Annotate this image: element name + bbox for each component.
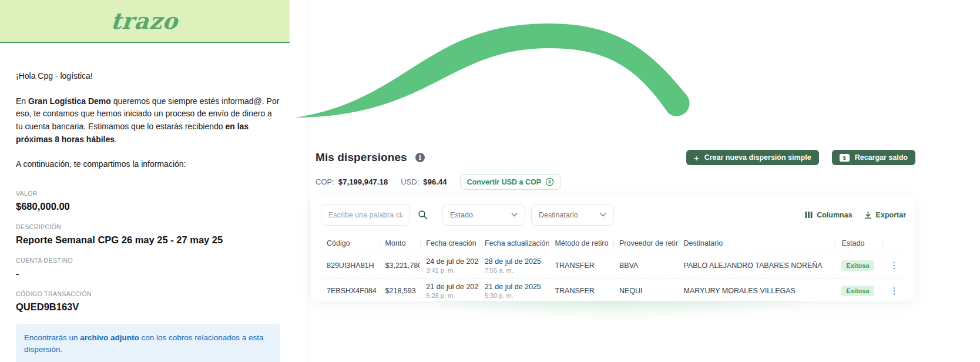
field-codigo-transaccion: CÓDIGO TRANSACCIÓN QUED9B163V bbox=[16, 290, 280, 313]
email-greeting: ¡Hola Cpg - logística! bbox=[16, 70, 280, 83]
cop-balance: $7,199,947.18 bbox=[338, 177, 388, 186]
cell-destinatario: MARYURY MORALES VILLEGAS bbox=[678, 279, 836, 304]
convert-usd-to-cop-button[interactable]: Convertir USD a COP $ bbox=[460, 174, 561, 190]
trazo-logo: trazo bbox=[110, 8, 179, 34]
header-actions: + Crear nueva dispersión simple $ Recarg… bbox=[686, 150, 915, 165]
col-header-fecha-creacion[interactable]: Fecha creación bbox=[420, 233, 479, 253]
cell-metodo: TRANSFER bbox=[549, 279, 613, 304]
field-label: CUENTA DESTINO bbox=[16, 257, 280, 264]
page-title: Mis dispersiones bbox=[316, 151, 407, 164]
cell-metodo: TRANSFER bbox=[549, 253, 613, 279]
col-header-monto[interactable]: Monto bbox=[380, 233, 421, 253]
dispersions-dashboard: Mis dispersiones i + Crear nueva dispers… bbox=[311, 0, 915, 362]
balance-row: COP: $7,199,947.18 USD: $96.44 Convertir… bbox=[316, 174, 561, 190]
field-value: QUED9B163V bbox=[16, 301, 280, 313]
recharge-balance-button[interactable]: $ Recargar saldo bbox=[832, 150, 915, 165]
table-row[interactable]: 829UI3HA81H $3,221,780 24 de jul de 2025… bbox=[321, 253, 906, 279]
table-header-row: Código Monto Fecha creación Fecha actual… bbox=[321, 233, 906, 253]
cell-monto: $218,593 bbox=[380, 279, 421, 304]
col-header-proveedor-retiro[interactable]: Proveedor de retiro bbox=[613, 233, 678, 253]
field-label: VALOR bbox=[16, 190, 280, 197]
cell-actions: ⋮ bbox=[882, 279, 906, 304]
status-badge: Exitosa bbox=[841, 260, 874, 271]
table-tools: Columnas Exportar bbox=[805, 211, 906, 219]
create-dispersion-button[interactable]: + Crear nueva dispersión simple bbox=[686, 150, 819, 165]
field-value: - bbox=[16, 268, 280, 279]
row-menu-kebab-icon[interactable]: ⋮ bbox=[888, 260, 900, 271]
field-value: $680,000.00 bbox=[16, 201, 280, 212]
col-header-actions bbox=[882, 233, 906, 253]
cell-proveedor: NEQUI bbox=[613, 279, 678, 304]
dispersions-table: Código Monto Fecha creación Fecha actual… bbox=[321, 233, 906, 303]
cell-fecha-creacion: 24 de jul de 2025 3:41 p. m. bbox=[420, 253, 479, 279]
table-row[interactable]: 7EBSHX4F084 $218,593 21 de jul de 2025 5… bbox=[321, 279, 906, 304]
columns-label: Columnas bbox=[817, 211, 852, 219]
field-valor: VALOR $680,000.00 bbox=[16, 190, 280, 212]
export-label: Exportar bbox=[876, 211, 906, 219]
download-icon bbox=[864, 211, 872, 219]
cell-proveedor: BBVA bbox=[613, 253, 678, 279]
dispersions-table-card: Estado Destinatario bbox=[311, 195, 915, 301]
field-descripcion: DESCRIPCIÓN Reporte Semanal CPG 26 may 2… bbox=[16, 223, 280, 246]
usd-label: USD: bbox=[401, 177, 419, 186]
export-button[interactable]: Exportar bbox=[864, 211, 906, 219]
col-header-fecha-actualizacion[interactable]: Fecha actualización bbox=[479, 233, 549, 253]
chevron-down-icon bbox=[511, 213, 518, 217]
search-input[interactable] bbox=[321, 204, 410, 226]
destinatario-filter-label: Destinatario bbox=[539, 211, 578, 219]
status-badge: Exitosa bbox=[841, 286, 874, 296]
currency-exchange-icon: $ bbox=[545, 177, 554, 186]
cell-monto: $3,221,780 bbox=[380, 253, 421, 279]
screenshot-root: trazo ¡Hola Cpg - logística! En Gran Log… bbox=[0, 0, 980, 362]
field-label: CÓDIGO TRANSACCIÓN bbox=[16, 290, 280, 297]
plus-icon: + bbox=[694, 153, 699, 162]
email-panel: trazo ¡Hola Cpg - logística! En Gran Log… bbox=[0, 0, 309, 362]
create-dispersion-label: Crear nueva dispersión simple bbox=[704, 153, 811, 162]
usd-balance: $96.44 bbox=[423, 177, 447, 186]
destinatario-filter-select[interactable]: Destinatario bbox=[531, 204, 614, 226]
email-header: trazo bbox=[0, 0, 290, 43]
cell-estado: Exitosa bbox=[835, 279, 882, 304]
field-cuenta-destino: CUENTA DESTINO - bbox=[16, 257, 280, 279]
columns-button[interactable]: Columnas bbox=[805, 211, 852, 219]
recharge-balance-label: Recargar saldo bbox=[855, 153, 908, 162]
col-header-metodo-retiro[interactable]: Método de retiro bbox=[549, 233, 613, 253]
filter-row: Estado Destinatario bbox=[321, 204, 906, 226]
email-intro-paragraph: En Gran Logística Demo queremos que siem… bbox=[16, 95, 280, 146]
email-cta-line: A continuación, te compartimos la inform… bbox=[16, 158, 280, 171]
email-fields: VALOR $680,000.00 DESCRIPCIÓN Reporte Se… bbox=[16, 190, 280, 313]
columns-icon bbox=[805, 211, 813, 219]
col-header-destinatario[interactable]: Destinatario bbox=[678, 233, 836, 253]
cell-fecha-creacion: 21 de jul de 2025 5:28 p. m. bbox=[420, 279, 479, 304]
attachment-note: Encontrarás un archivo adjunto con los c… bbox=[24, 333, 263, 354]
cell-destinatario: PABLO ALEJANDRO TABARES NOREÑA bbox=[678, 253, 836, 279]
col-header-codigo[interactable]: Código bbox=[321, 233, 380, 253]
estado-filter-label: Estado bbox=[450, 211, 473, 219]
col-header-estado[interactable]: Estado bbox=[835, 233, 882, 253]
field-value: Reporte Semanal CPG 26 may 25 - 27 may 2… bbox=[16, 234, 280, 246]
svg-text:$: $ bbox=[548, 179, 551, 185]
attachment-note-box: Encontrarás un archivo adjunto con los c… bbox=[16, 324, 280, 362]
cell-estado: Exitosa bbox=[835, 253, 882, 279]
chevron-down-icon bbox=[600, 213, 606, 217]
cell-fecha-actualizacion: 21 de jul de 2025 5:30 p. m. bbox=[479, 279, 549, 304]
estado-filter-select[interactable]: Estado bbox=[442, 204, 525, 226]
email-body: ¡Hola Cpg - logística! En Gran Logística… bbox=[16, 44, 280, 362]
cell-codigo: 7EBSHX4F084 bbox=[321, 279, 380, 304]
row-menu-kebab-icon[interactable]: ⋮ bbox=[888, 286, 900, 296]
convert-button-label: Convertir USD a COP bbox=[467, 178, 541, 186]
info-icon[interactable]: i bbox=[415, 153, 425, 162]
field-label: DESCRIPCIÓN bbox=[16, 223, 280, 230]
search-button[interactable] bbox=[418, 210, 428, 220]
cell-fecha-actualizacion: 28 de jul de 2025 7:55 a. m. bbox=[479, 253, 549, 279]
search-icon bbox=[418, 210, 428, 220]
cell-actions: ⋮ bbox=[882, 253, 906, 279]
dashboard-header: Mis dispersiones i + Crear nueva dispers… bbox=[316, 148, 915, 167]
cop-label: COP: bbox=[316, 177, 334, 186]
banknote-icon: $ bbox=[840, 154, 850, 162]
cell-codigo: 829UI3HA81H bbox=[321, 253, 380, 279]
